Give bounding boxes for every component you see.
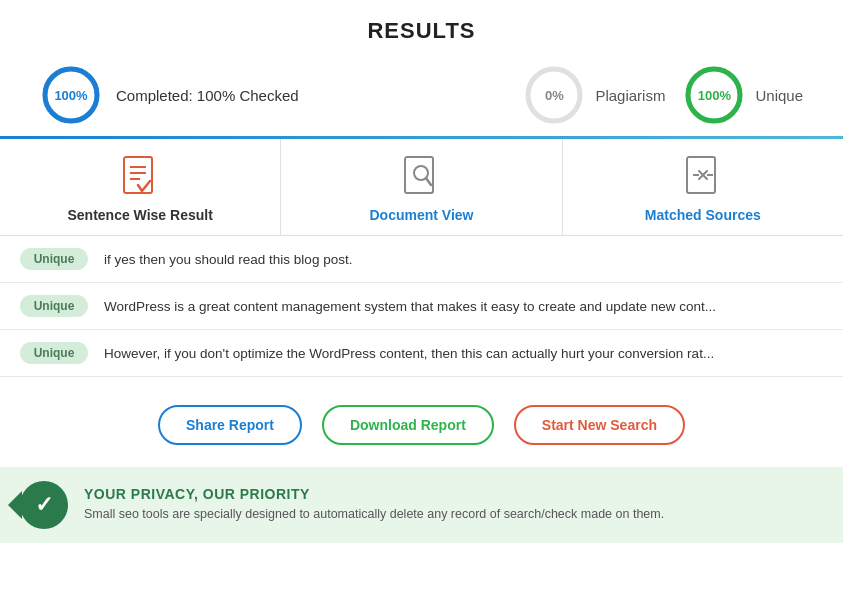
start-new-search-button[interactable]: Start New Search [514, 405, 685, 445]
tab-sentence[interactable]: Sentence Wise Result [0, 139, 281, 235]
unique-percent: 100% [698, 88, 731, 103]
completed-percent: 100% [54, 88, 87, 103]
checkmark-icon: ✓ [35, 492, 53, 518]
badge-unique-2: Unique [20, 342, 88, 364]
tab-document-label: Document View [369, 207, 473, 223]
completed-circle: 100% [40, 64, 102, 126]
sentence-icon [120, 155, 160, 199]
privacy-title: YOUR PRIVACY, OUR PRIORITY [84, 486, 823, 502]
svg-line-12 [426, 178, 431, 185]
result-text-1: WordPress is a great content management … [104, 299, 716, 314]
privacy-description: Small seo tools are specially designed t… [84, 506, 823, 524]
unique-label: Unique [755, 87, 803, 104]
result-text-2: However, if you don't optimize the WordP… [104, 346, 714, 361]
page-title: RESULTS [0, 18, 843, 44]
tabs-row: Sentence Wise Result Document View Match… [0, 139, 843, 236]
privacy-check-icon: ✓ [20, 481, 68, 529]
tab-sentence-label: Sentence Wise Result [67, 207, 212, 223]
table-row: Unique if yes then you should read this … [0, 236, 843, 283]
stats-row: 100% Completed: 100% Checked 0% Plagiari… [0, 54, 843, 136]
plagiarism-stat: 0% Plagiarism [523, 64, 665, 126]
privacy-banner: ✓ YOUR PRIVACY, OUR PRIORITY Small seo t… [0, 467, 843, 543]
completed-label: Completed: 100% Checked [116, 87, 299, 104]
svg-rect-10 [405, 157, 433, 193]
plagiarism-percent: 0% [545, 88, 564, 103]
svg-rect-6 [124, 157, 152, 193]
result-text-0: if yes then you should read this blog po… [104, 252, 352, 267]
page-wrapper: RESULTS 100% Completed: 100% Checked [0, 0, 843, 543]
tab-document[interactable]: Document View [281, 139, 562, 235]
share-report-button[interactable]: Share Report [158, 405, 302, 445]
badge-unique-1: Unique [20, 295, 88, 317]
action-row: Share Report Download Report Start New S… [0, 377, 843, 467]
stats-left: 100% Completed: 100% Checked [40, 64, 299, 126]
tab-matched-label: Matched Sources [645, 207, 761, 223]
document-search-icon [401, 155, 441, 199]
results-header: RESULTS [0, 0, 843, 54]
unique-stat: 100% Unique [683, 64, 803, 126]
matched-sources-icon [683, 155, 723, 199]
tab-matched[interactable]: Matched Sources [563, 139, 843, 235]
plagiarism-label: Plagiarism [595, 87, 665, 104]
table-row: Unique However, if you don't optimize th… [0, 330, 843, 377]
stats-right: 0% Plagiarism 100% Unique [523, 64, 803, 126]
table-row: Unique WordPress is a great content mana… [0, 283, 843, 330]
badge-unique-0: Unique [20, 248, 88, 270]
plagiarism-circle: 0% [523, 64, 585, 126]
unique-circle: 100% [683, 64, 745, 126]
download-report-button[interactable]: Download Report [322, 405, 494, 445]
results-table: Unique if yes then you should read this … [0, 236, 843, 377]
privacy-text: YOUR PRIVACY, OUR PRIORITY Small seo too… [84, 486, 823, 524]
